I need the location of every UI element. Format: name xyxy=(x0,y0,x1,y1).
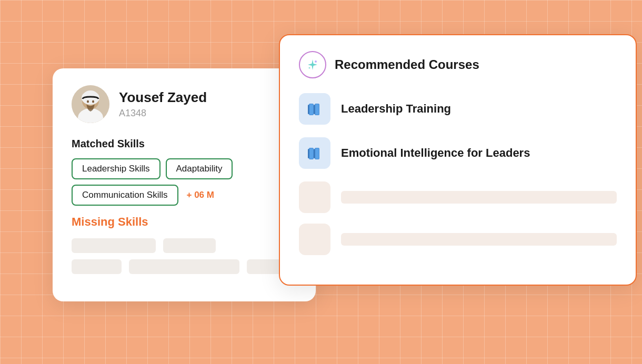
svg-rect-16 xyxy=(308,149,309,158)
svg-rect-18 xyxy=(315,148,319,159)
svg-rect-10 xyxy=(308,105,309,114)
svg-rect-9 xyxy=(309,104,313,115)
recommended-courses-title: Recommended Courses xyxy=(335,57,479,72)
course-icon-placeholder xyxy=(299,224,330,255)
avatar xyxy=(72,85,109,123)
books-icon-2 xyxy=(299,137,330,169)
course-item-2[interactable]: Emotional Intelligence for Leaders xyxy=(299,137,617,169)
svg-rect-13 xyxy=(314,105,315,114)
course-text-placeholder xyxy=(341,191,617,204)
skills-row-1: Leadership Skills Adaptability xyxy=(72,158,297,179)
svg-rect-19 xyxy=(314,149,315,158)
missing-skills-placeholders-2 xyxy=(72,259,297,274)
missing-skills-title: Missing Skills xyxy=(72,215,297,229)
placeholder-block xyxy=(163,238,216,253)
placeholder-block xyxy=(72,238,156,253)
course-name-2: Emotional Intelligence for Leaders xyxy=(341,146,530,160)
sparkle-icon xyxy=(299,51,326,78)
course-text-placeholder xyxy=(341,233,617,246)
profile-row: Yousef Zayed A1348 xyxy=(72,85,297,123)
svg-point-4 xyxy=(87,100,89,103)
skills-row-2: Communication Skills + 06 M xyxy=(72,185,297,206)
skill-tag-communication[interactable]: Communication Skills xyxy=(72,185,178,206)
profile-info: Yousef Zayed A1348 xyxy=(119,89,207,119)
matched-skills-section: Matched Skills Leadership Skills Adaptab… xyxy=(72,138,297,206)
books-icon-1 xyxy=(299,93,330,125)
course-item-1[interactable]: Leadership Training xyxy=(299,93,617,125)
course-icon-placeholder xyxy=(299,181,330,213)
course-name-1: Leadership Training xyxy=(341,102,451,116)
recommended-courses-card: Recommended Courses Leadership Training xyxy=(279,34,637,286)
profile-id: A1348 xyxy=(119,108,207,119)
matched-skills-title: Matched Skills xyxy=(72,138,297,150)
placeholder-block xyxy=(72,259,122,274)
svg-rect-15 xyxy=(309,148,313,159)
placeholder-block xyxy=(129,259,239,274)
skill-tag-adaptability[interactable]: Adaptability xyxy=(166,158,233,179)
more-skills-badge[interactable]: + 06 M xyxy=(184,185,217,206)
course-placeholder-3 xyxy=(299,181,617,213)
course-placeholder-4 xyxy=(299,224,617,255)
profile-name: Yousef Zayed xyxy=(119,89,207,106)
profile-card: Yousef Zayed A1348 Matched Skills Leader… xyxy=(53,68,316,301)
svg-point-5 xyxy=(92,100,94,103)
skill-tag-leadership[interactable]: Leadership Skills xyxy=(72,158,160,179)
svg-rect-12 xyxy=(315,104,319,115)
svg-point-6 xyxy=(315,60,317,63)
rc-header: Recommended Courses xyxy=(299,51,617,78)
svg-point-7 xyxy=(309,67,310,69)
missing-skills-placeholders-1 xyxy=(72,238,297,253)
